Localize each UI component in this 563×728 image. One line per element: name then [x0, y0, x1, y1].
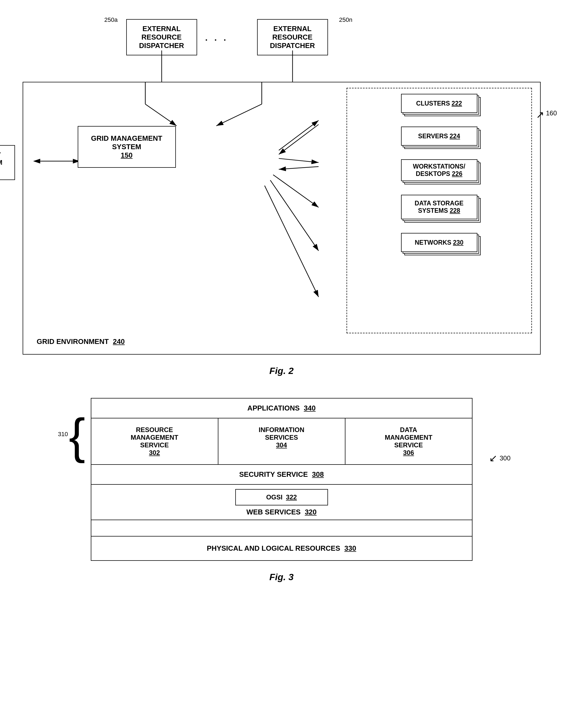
networks-ref: 230 [453, 239, 463, 246]
dms-ref: 306 [403, 449, 414, 456]
workstations-ref: 226 [452, 170, 462, 177]
datastorage-ref: 228 [450, 207, 460, 214]
grid-management-box: GRID MANAGEMENT SYSTEM 150 [78, 126, 176, 168]
ogsi-webservices-row: OGSI 322 WEB SERVICES 320 [91, 485, 472, 520]
grid-environment-box: CLIENT SYSTEM 200 GRID MANAGEMENT SYSTEM… [23, 82, 541, 355]
ogsi-ref: 322 [286, 493, 297, 501]
grid-env-ref: 240 [113, 337, 125, 346]
webservices-label: WEB SERVICES 320 [91, 508, 472, 516]
networks-box: NETWORKS 230 [401, 233, 477, 252]
figure-2: 250a EXTERNAL RESOURCE DISPATCHER EXTERN… [23, 11, 541, 376]
dispatcher-arrows [23, 11, 541, 82]
datastorage-box: DATA STORAGE SYSTEMS 228 [401, 195, 477, 219]
resource-mgmt-col: RESOURCE MANAGEMENT SERVICE 302 [91, 418, 219, 464]
resources-dashed-box: CLUSTERS 222 SERVERS 224 WORKSTATIONS/ D… [346, 88, 532, 333]
grid-mgmt-ref: 150 [121, 151, 133, 159]
servers-item: SERVERS 224 [355, 127, 523, 151]
grid-environment-label: GRID ENVIRONMENT 240 [37, 337, 125, 346]
security-ref: 308 [312, 470, 323, 478]
svg-line-8 [279, 120, 318, 150]
svg-line-9 [279, 158, 318, 163]
figure-3: 310 { ↙ 300 APPLICATIONS 340 RESOURCE MA… [91, 398, 472, 582]
clusters-box: CLUSTERS 222 [401, 94, 477, 113]
clusters-item: CLUSTERS 222 [355, 94, 523, 118]
datastorage-item: DATA STORAGE SYSTEMS 228 [355, 195, 523, 225]
svg-line-10 [279, 167, 318, 169]
clusters-ref: 222 [451, 100, 462, 107]
rms-ref: 302 [149, 449, 160, 456]
three-cols-row: RESOURCE MANAGEMENT SERVICE 302 INFORMAT… [91, 418, 472, 465]
physical-ref: 330 [344, 544, 356, 552]
svg-line-11 [273, 175, 318, 208]
security-service-row: SECURITY SERVICE 308 [91, 465, 472, 485]
svg-line-6 [145, 104, 177, 126]
workstations-box: WORKSTATIONS/ DESKTOPS 226 [401, 159, 477, 181]
svg-line-7 [216, 104, 262, 126]
servers-ref: 224 [450, 133, 460, 140]
servers-box: SERVERS 224 [401, 127, 477, 146]
information-services-col: INFORMATION SERVICES 304 [219, 418, 345, 464]
label-300: ↙ 300 [489, 453, 510, 464]
ogsi-box: OGSI 322 [235, 489, 328, 505]
info-services-ref: 304 [276, 441, 287, 449]
fig3-caption: Fig. 3 [91, 572, 472, 582]
networks-item: NETWORKS 230 [355, 233, 523, 257]
applications-row: APPLICATIONS 340 [91, 399, 472, 418]
svg-line-13 [265, 185, 318, 297]
webservices-ref: 320 [305, 508, 316, 516]
svg-line-14 [279, 124, 318, 154]
applications-ref: 340 [304, 404, 315, 412]
workstations-item: WORKSTATIONS/ DESKTOPS 226 [355, 159, 523, 187]
gap-row [91, 520, 472, 537]
client-system-box: CLIENT SYSTEM 200 [0, 145, 15, 180]
label-160: ↗ 160 [536, 106, 557, 118]
data-mgmt-col: DATA MANAGEMENT SERVICE 306 [345, 418, 472, 464]
svg-line-12 [270, 180, 318, 251]
fig2-caption: Fig. 2 [23, 366, 541, 376]
fig3-outer-box: APPLICATIONS 340 RESOURCE MANAGEMENT SER… [91, 398, 472, 561]
physical-resources-row: PHYSICAL AND LOGICAL RESOURCES 330 [91, 537, 472, 560]
